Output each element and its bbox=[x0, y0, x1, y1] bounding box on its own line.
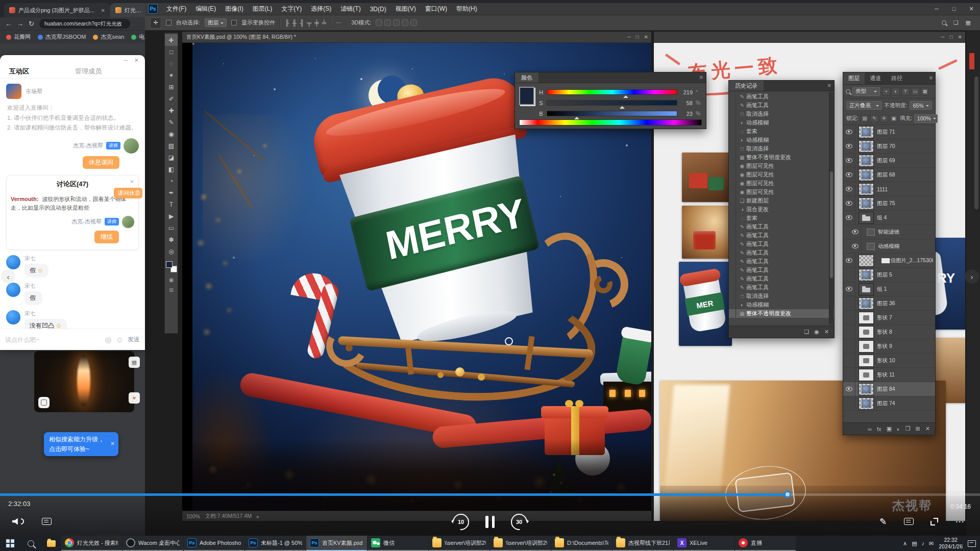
tab-interaction[interactable]: 互动区 bbox=[9, 67, 29, 76]
new-layer-icon[interactable]: ⊞ bbox=[916, 425, 920, 432]
translate-icon[interactable]: ◎ bbox=[105, 335, 112, 344]
history-entry[interactable]: ◉ 图层可见性 bbox=[729, 170, 834, 179]
history-entry[interactable]: □ 取消选择 bbox=[729, 292, 834, 300]
delete-layer-icon[interactable]: ✕ bbox=[925, 425, 930, 432]
history-entry[interactable]: ◐ 动感模糊 bbox=[729, 136, 834, 144]
layer-thumbnail[interactable] bbox=[859, 312, 874, 324]
layer-thumbnail[interactable] bbox=[859, 255, 874, 267]
healing-tool[interactable]: ✚ bbox=[165, 105, 178, 116]
taskbar-app[interactable]: 灯光光效 - 搜索结... bbox=[61, 536, 122, 551]
emoji-icon[interactable]: ☺ bbox=[116, 335, 124, 344]
danmaku-icon[interactable] bbox=[41, 516, 52, 527]
layer-row[interactable]: 形状 11 bbox=[843, 368, 935, 382]
history-entry[interactable]: ◌ 套索 bbox=[729, 127, 834, 136]
menu-item[interactable]: 文件(F) bbox=[162, 3, 191, 15]
send-button[interactable]: 发送 bbox=[128, 335, 140, 344]
maximize-icon[interactable]: □ bbox=[945, 6, 963, 12]
layer-row[interactable]: 图层 75 bbox=[843, 196, 935, 211]
visibility-toggle[interactable] bbox=[843, 282, 855, 296]
address-bar[interactable]: huaban.com/search?q=灯光光效 bbox=[39, 19, 130, 29]
color-panel-tab[interactable]: 颜色 bbox=[515, 72, 538, 83]
align-top-icon[interactable]: ╤ bbox=[307, 19, 312, 27]
show-transform-checkbox[interactable] bbox=[231, 20, 237, 26]
taskbar-app[interactable]: D:\Documents\Te... bbox=[551, 536, 612, 551]
new-doc-from-state-icon[interactable]: ❏ bbox=[804, 329, 809, 335]
lock-position-icon[interactable]: ✛ bbox=[880, 115, 888, 122]
align-middle-icon[interactable]: ╪ bbox=[314, 19, 319, 27]
history-entry[interactable]: ◉ 图层可见性 bbox=[729, 188, 834, 196]
menu-item[interactable]: 编辑(E) bbox=[191, 3, 220, 15]
slider-marker-icon[interactable] bbox=[574, 114, 579, 119]
layer-thumbnail[interactable] bbox=[859, 169, 874, 181]
layer-thumbnail[interactable] bbox=[867, 229, 875, 236]
visibility-toggle[interactable] bbox=[843, 354, 855, 367]
taskbar-app[interactable]: 杰视帮线下班21期 bbox=[612, 536, 673, 551]
layer-row[interactable]: 形状 7 bbox=[843, 311, 935, 325]
layer-row[interactable]: 智能滤镜 bbox=[843, 225, 935, 239]
history-entry[interactable]: ❏ 新建图层 bbox=[729, 196, 834, 205]
foreground-color[interactable] bbox=[166, 261, 173, 268]
visibility-toggle[interactable] bbox=[843, 182, 855, 196]
layer-thumbnail[interactable] bbox=[859, 183, 874, 195]
layer-row[interactable]: 动感模糊 bbox=[843, 239, 935, 254]
taskbar-app[interactable]: Adobe Photosho... bbox=[184, 536, 244, 551]
gradient-tool[interactable]: ◧ bbox=[165, 163, 178, 175]
history-entry[interactable]: ◌ 套索 bbox=[729, 214, 834, 222]
filter-search-icon[interactable] bbox=[846, 89, 850, 94]
history-entry[interactable]: ✎ 画笔工具 bbox=[729, 283, 834, 292]
history-entry[interactable]: ✎ 画笔工具 bbox=[729, 266, 834, 274]
panel-menu-icon[interactable]: ≡ bbox=[828, 82, 831, 88]
doc-maximize-icon[interactable]: □ bbox=[950, 34, 953, 40]
scrollbar-thumb[interactable] bbox=[830, 171, 833, 278]
tab-members[interactable]: 管理成员 bbox=[75, 67, 102, 76]
discussion-close-icon[interactable]: ✕ bbox=[130, 179, 134, 185]
layer-row[interactable]: 形状 10 bbox=[843, 354, 935, 368]
layer-thumbnail[interactable] bbox=[859, 126, 874, 138]
layer-thumbnail[interactable] bbox=[859, 197, 874, 210]
search-icon[interactable] bbox=[942, 20, 946, 25]
doc-minimize-icon[interactable]: ─ bbox=[627, 34, 630, 40]
progress-handle[interactable] bbox=[784, 491, 791, 498]
history-entry[interactable]: ◐ 动感模糊 bbox=[729, 300, 834, 309]
filter-pixel-icon[interactable]: ▪ bbox=[882, 88, 890, 95]
layer-thumbnail[interactable] bbox=[859, 369, 874, 381]
panel-tab[interactable]: 通道 bbox=[865, 72, 886, 84]
color-swatches[interactable] bbox=[166, 261, 177, 272]
visibility-toggle[interactable] bbox=[843, 168, 855, 182]
opacity-dropdown[interactable]: 65% bbox=[910, 101, 932, 110]
history-entry[interactable]: ✎ 画笔工具 bbox=[729, 222, 834, 231]
layer-row[interactable]: 图层 70 bbox=[843, 139, 935, 154]
visibility-toggle[interactable] bbox=[849, 239, 862, 253]
history-entry[interactable]: ✎ 画笔工具 bbox=[729, 248, 834, 257]
history-entry[interactable]: □ 取消选择 bbox=[729, 144, 834, 153]
eraser-tool[interactable]: ◪ bbox=[165, 152, 178, 163]
file-explorer-button[interactable] bbox=[41, 536, 61, 551]
corner-pill[interactable]: 课间休息 bbox=[114, 188, 142, 198]
slider-marker-icon[interactable] bbox=[623, 93, 628, 98]
volume-icon[interactable] bbox=[12, 516, 24, 527]
close-icon[interactable]: ✕ bbox=[963, 6, 980, 12]
lasso-tool[interactable]: ◌ bbox=[165, 58, 178, 69]
similar-search-button[interactable] bbox=[38, 397, 50, 408]
taskbar-app[interactable]: XELive bbox=[674, 536, 734, 551]
magic-wand-tool[interactable]: ✶ bbox=[165, 69, 178, 81]
menu-item[interactable]: 视图(V) bbox=[391, 3, 421, 15]
board-icon[interactable]: ▦ bbox=[129, 357, 140, 368]
like-icon[interactable]: ♥ bbox=[129, 392, 140, 404]
history-scrollbar[interactable] bbox=[829, 92, 834, 324]
layer-row[interactable]: 图层 5 bbox=[843, 268, 935, 282]
layer-thumbnail[interactable] bbox=[859, 340, 874, 353]
layer-row[interactable]: 组 4 bbox=[843, 211, 935, 225]
zoom-level[interactable]: 100% bbox=[186, 513, 200, 519]
panel-tab[interactable]: 图层 bbox=[843, 72, 865, 84]
visibility-toggle[interactable] bbox=[843, 382, 855, 396]
filter-type-icon[interactable]: T bbox=[901, 88, 910, 95]
doc-maximize-icon[interactable]: □ bbox=[636, 34, 639, 40]
taskbar-app[interactable]: 未标题-1 @ 50% (... bbox=[245, 536, 306, 551]
filter-smart-icon[interactable]: ▦ bbox=[921, 88, 929, 95]
minimize-icon[interactable]: ─ bbox=[928, 6, 945, 12]
action-center-icon[interactable] bbox=[968, 540, 976, 547]
pen-tool[interactable]: ✒ bbox=[165, 187, 178, 198]
visibility-toggle[interactable] bbox=[843, 125, 855, 139]
bookmark-item[interactable]: 花瓣网 bbox=[6, 33, 31, 41]
